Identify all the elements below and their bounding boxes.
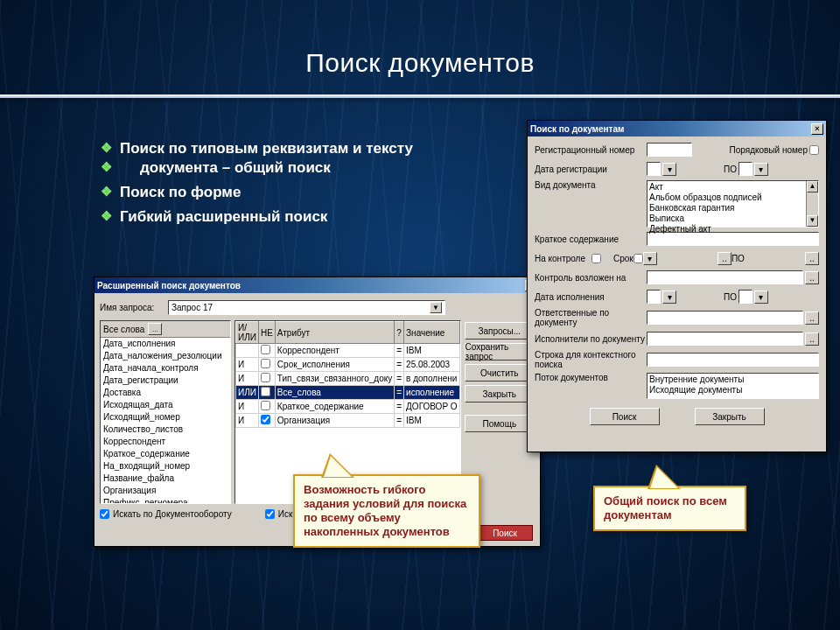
ellipsis-button[interactable]: ..: [805, 312, 819, 325]
list-item[interactable]: Исходящий_номер: [101, 411, 230, 424]
search-docflow-checkbox[interactable]: [100, 509, 109, 519]
list-item[interactable]: Доставка: [101, 387, 230, 399]
help-button[interactable]: Помощь: [465, 415, 535, 432]
list-item[interactable]: Префикс_регномера: [101, 497, 230, 503]
clear-button[interactable]: Очистить: [465, 364, 535, 382]
page-title: Поиск документов: [0, 48, 840, 78]
fieldlist-header[interactable]: Все слова ...: [101, 321, 230, 338]
summary-label: Краткое содержание: [535, 234, 647, 244]
list-item[interactable]: Акт: [649, 182, 816, 192]
table-row[interactable]: ИКраткое_содержание=ДОГОВОР О: [236, 400, 460, 414]
query-value: Запрос 17: [172, 303, 213, 312]
cancel-to-input[interactable]: [738, 290, 752, 304]
list-item[interactable]: Дефектный акт: [649, 224, 816, 234]
exec-label: Исполнители по документу: [535, 334, 647, 344]
chevron-down-icon[interactable]: ▼: [430, 302, 442, 313]
not-checkbox[interactable]: [261, 401, 270, 410]
scroll-up-icon[interactable]: ▲: [807, 181, 818, 192]
ctx-input[interactable]: [647, 353, 819, 367]
po-label-3: ПО: [724, 292, 737, 302]
calendar-icon[interactable]: ▾: [662, 163, 676, 176]
regnum-label: Регистрационный номер: [535, 145, 647, 155]
list-item[interactable]: Исходящая_дата: [101, 399, 230, 411]
queries-button[interactable]: Запросы...: [465, 322, 535, 340]
regdate-label: Дата регистрации: [535, 164, 647, 174]
col-attr[interactable]: Атрибут: [275, 322, 394, 344]
close-button[interactable]: Закрыть: [465, 385, 535, 402]
flow-label: Поток документов: [535, 373, 647, 382]
ellipsis-button[interactable]: ..: [805, 252, 819, 265]
col-op[interactable]: ?: [395, 322, 404, 344]
list-item[interactable]: Корреспондент: [101, 436, 230, 448]
col-value[interactable]: Значение: [404, 322, 460, 344]
list-item[interactable]: Организация: [101, 485, 230, 497]
flow-listbox[interactable]: Внутренние документыИсходящие документы: [647, 373, 819, 399]
search-docflow-label: Искать по Документообороту: [113, 509, 232, 519]
not-checkbox[interactable]: [261, 345, 270, 354]
due-checkbox[interactable]: [634, 254, 643, 263]
search-archive-checkbox[interactable]: [265, 509, 275, 519]
calendar-icon[interactable]: ▾: [662, 290, 676, 304]
list-item[interactable]: Внутренние документы: [649, 374, 816, 385]
not-checkbox[interactable]: [261, 373, 270, 382]
simple-titlebar[interactable]: Поиск по документам ×: [528, 121, 826, 136]
regdate-to-input[interactable]: [738, 162, 752, 176]
list-item[interactable]: Исходящие документы: [649, 385, 816, 396]
calendar-icon[interactable]: ▾: [754, 290, 768, 304]
col-and-or[interactable]: И/ИЛИ: [236, 322, 259, 344]
doctype-listbox[interactable]: АктАльбом образцов подписейБанковская га…: [647, 180, 819, 228]
list-item[interactable]: Альбом образцов подписей: [649, 192, 816, 203]
list-item[interactable]: Дата_исполнения: [101, 338, 230, 350]
scrollbar[interactable]: ▲ ▼: [806, 181, 818, 227]
po-label-1: ПО: [724, 164, 737, 174]
col-not[interactable]: НЕ: [258, 322, 275, 344]
ellipsis-button[interactable]: ..: [805, 271, 819, 284]
onctrl-checkbox[interactable]: [592, 254, 601, 263]
list-item[interactable]: Краткое_содержание: [101, 448, 230, 460]
ordnum-checkbox[interactable]: [809, 145, 819, 155]
table-row[interactable]: Корреспондент=IBM: [236, 344, 460, 358]
simple-title: Поиск по документам: [530, 124, 811, 134]
bullet-3: Гибкий расширенный поиск: [101, 208, 413, 226]
list-item[interactable]: Количество_листов: [101, 424, 230, 436]
adv-titlebar[interactable]: Расширенный поиск документов ×: [94, 277, 540, 293]
exec-input[interactable]: [647, 332, 803, 346]
close-icon[interactable]: ×: [811, 123, 823, 135]
list-item[interactable]: Название_файла: [101, 472, 230, 485]
save-query-button[interactable]: Сохранить запрос: [465, 343, 535, 360]
bullet-1: Поиск по типовым реквизитам и тексту: [101, 140, 413, 158]
cancel-from-input[interactable]: [647, 290, 661, 304]
regnum-input[interactable]: [647, 143, 692, 157]
ellipsis-button[interactable]: ..: [718, 252, 732, 265]
close-button[interactable]: Закрыть: [695, 408, 765, 425]
ellipsis-button[interactable]: ...: [148, 323, 162, 335]
search-button[interactable]: Поиск: [590, 408, 660, 425]
table-row[interactable]: ИТип_связи_связанного_доку=в дополнени: [236, 372, 460, 386]
list-item[interactable]: Дата_начала_контроля: [101, 362, 230, 374]
list-item[interactable]: Дата_регистрации: [101, 374, 230, 387]
po-label-2: ПО: [732, 254, 745, 263]
query-select[interactable]: Запрос 17 ▼: [168, 300, 445, 315]
resp-input[interactable]: [647, 311, 803, 325]
ellipsis-button[interactable]: ..: [805, 332, 819, 346]
table-row[interactable]: ИСрок_исполнения=25.08.2003: [236, 358, 460, 372]
regdate-from-input[interactable]: [647, 162, 661, 176]
callout-simple: Общий поиск по всем документам: [593, 486, 746, 531]
calendar-icon[interactable]: ▾: [643, 252, 657, 265]
field-listbox[interactable]: Все слова ... Дата_исполненияДата_наложе…: [100, 320, 231, 504]
table-row[interactable]: ИОрганизация=IBM: [236, 414, 460, 428]
list-item[interactable]: На_входящий_номер: [101, 460, 230, 472]
search-button[interactable]: Поиск: [477, 525, 533, 541]
onctrl-label: На контроле: [535, 254, 592, 263]
callout-advanced: Возможность гибкого задания условий для …: [293, 474, 480, 548]
not-checkbox[interactable]: [261, 387, 270, 396]
not-checkbox[interactable]: [261, 359, 270, 368]
scroll-down-icon[interactable]: ▼: [807, 215, 818, 227]
calendar-icon[interactable]: ▾: [754, 163, 768, 176]
table-row[interactable]: ИЛИВсе_слова=исполнение: [236, 386, 460, 400]
list-item[interactable]: Банковская гарантия: [649, 203, 816, 214]
not-checkbox[interactable]: [261, 415, 270, 424]
list-item[interactable]: Дата_наложения_резолюции: [101, 350, 230, 362]
list-item[interactable]: Выписка: [649, 214, 816, 224]
ctrl-assigned-input[interactable]: [647, 270, 803, 284]
